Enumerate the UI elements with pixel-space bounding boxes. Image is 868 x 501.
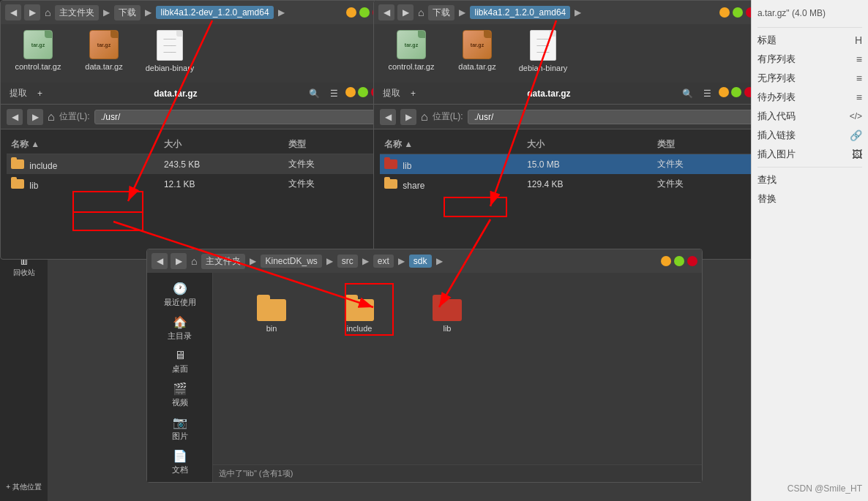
include-folder-item[interactable]: include (330, 295, 389, 333)
w2-col-type[interactable]: 类型 (653, 135, 755, 154)
back-button2[interactable]: ◀ (378, 4, 394, 20)
rp-link-label: 插入链接 (757, 129, 796, 142)
w3-minimize[interactable] (661, 256, 671, 266)
w3-back-button[interactable]: ◀ (151, 253, 168, 269)
right-panel: a.tar.gz" (4.0 MB) 标题 H 有序列表 ≡ 无序列表 ≡ 待办… (751, 0, 868, 501)
w2-max-btn[interactable] (731, 87, 741, 97)
rp-find[interactable]: 查找 (757, 170, 862, 189)
breadcrumb2-current[interactable]: libk4a1.2_1.2.0_amd64 (470, 6, 570, 19)
sidebar3-photos[interactable]: 📷 图片 (150, 413, 209, 445)
breadcrumb2-downloads[interactable]: 下载 (428, 5, 454, 20)
loc-home-icon: ⌂ (48, 110, 55, 124)
col-type[interactable]: 类型 (284, 135, 381, 154)
bin-folder-item[interactable]: bin (242, 295, 301, 333)
col-size[interactable]: 大小 (160, 135, 284, 154)
rp-unordered-list[interactable]: 无序列表 ≡ (757, 69, 862, 88)
w2-add-button[interactable]: + (408, 87, 419, 100)
w2-view-button[interactable]: ☰ (700, 87, 714, 100)
table-row[interactable]: share 129.4 KB 文件夹 (380, 174, 755, 194)
rp-insert-image[interactable]: 插入图片 🖼 (757, 145, 862, 164)
w2-col-name[interactable]: 名称 ▲ (380, 135, 523, 154)
w2-maximize[interactable] (733, 7, 743, 18)
col-name[interactable]: 名称 ▲ (7, 135, 160, 154)
data-tar-icon-item[interactable]: tar.gz data.tar.gz (78, 30, 130, 77)
w3-bc-sdk[interactable]: sdk (409, 255, 432, 268)
table-row[interactable]: lib 12.1 KB 文件夹 (7, 174, 381, 194)
breadcrumb-home[interactable]: 主文件夹 (55, 5, 99, 20)
forward-button2[interactable]: ▶ (397, 4, 414, 20)
w2-minimize[interactable] (719, 7, 730, 18)
sidebar3-videos[interactable]: 🎬 视频 (150, 379, 209, 411)
window1-location-bar: ◀ ▶ ⌂ 位置(L): (1, 105, 387, 129)
main-sidebar-other[interactable]: + 其他位置 (2, 479, 46, 495)
minimize-button[interactable] (346, 7, 356, 18)
w2-search-button[interactable]: 🔍 (679, 87, 696, 100)
rp-ordered-list[interactable]: 有序列表 ≡ (757, 50, 862, 69)
w2-loc-back[interactable]: ◀ (380, 109, 396, 125)
w2-min-btn[interactable] (719, 87, 729, 97)
file-table2: 名称 ▲ 大小 类型 lib 15.0 MB 文件夹 (380, 135, 755, 194)
w2-control-tar-item[interactable]: tar.gz control.tar.gz (386, 30, 437, 77)
min-btn2[interactable] (345, 87, 356, 97)
debian-binary-icon-item[interactable]: ───────── debian-binary (144, 30, 195, 77)
w2-control-tar-label: control.tar.gz (389, 62, 435, 71)
w2-debian-icon: ───────── (530, 30, 556, 61)
w2-file-name-lib: lib (380, 154, 523, 175)
window1-titlebar: ◀ ▶ ⌂ 主文件夹 ▶ 下载 ▶ libk4a1.2-dev_1.2.0_am… (1, 1, 387, 24)
rp-insert-code[interactable]: 插入代码 </> (757, 107, 862, 126)
loc-forward[interactable]: ▶ (27, 109, 43, 125)
rp-replace[interactable]: 替换 (757, 189, 862, 208)
desktop-icon: 🖥 (174, 349, 186, 362)
rp-ol-icon: ≡ (856, 53, 862, 65)
w3-forward-button[interactable]: ▶ (171, 253, 187, 269)
w2-debian-item[interactable]: ───────── debian-binary (517, 30, 569, 77)
rp-title[interactable]: 标题 H (757, 31, 862, 50)
file-size-cell: 12.1 KB (160, 174, 284, 194)
w2-location-input[interactable] (468, 110, 755, 124)
rp-insert-link[interactable]: 插入链接 🔗 (757, 126, 862, 145)
w2-file-type-lib: 文件夹 (653, 154, 755, 175)
add-button[interactable]: + (34, 87, 45, 100)
forward-button[interactable]: ▶ (24, 4, 40, 20)
rp-ol-label: 有序列表 (757, 53, 796, 66)
w3-bc-ws[interactable]: KinectDK_ws (261, 255, 321, 268)
sidebar3-desktop[interactable]: 🖥 桌面 (150, 346, 209, 377)
w2-extract-button[interactable]: 提取 (380, 86, 403, 101)
sidebar3-home[interactable]: 🏠 主目录 (150, 312, 209, 344)
w2-data-tar-item[interactable]: tar.gz data.tar.gz (452, 30, 503, 77)
back-button[interactable]: ◀ (5, 4, 21, 20)
w3-close[interactable] (687, 256, 697, 266)
bc2-arrow2: ▶ (573, 7, 583, 18)
view-button[interactable]: ☰ (327, 87, 341, 100)
w3-maximize[interactable] (674, 256, 684, 266)
rp-todo-list[interactable]: 待办列表 ≡ (757, 88, 862, 107)
window3-titlebar: ◀ ▶ ⌂ 主文件夹 ▶ KinectDK_ws ▶ src ▶ ext ▶ s… (147, 249, 702, 273)
w3-bc-home[interactable]: 主文件夹 (201, 254, 245, 269)
sidebar3-recent[interactable]: 🕐 最近使用 (150, 279, 209, 311)
breadcrumb-current[interactable]: libk4a1.2-dev_1.2.0_amd64 (156, 6, 273, 19)
w2-loc-forward[interactable]: ▶ (400, 109, 416, 125)
lib-folder-item[interactable]: lib (418, 295, 476, 333)
photos-icon: 📷 (173, 415, 187, 429)
search-button[interactable]: 🔍 (306, 87, 323, 100)
breadcrumb-downloads[interactable]: 下载 (114, 5, 141, 20)
bc-arrow3: ▶ (277, 7, 286, 18)
loc-back[interactable]: ◀ (7, 109, 23, 125)
control-tar-icon-item[interactable]: tar.gz control.tar.gz (12, 30, 64, 77)
table-row[interactable]: lib 15.0 MB 文件夹 (380, 154, 755, 175)
w3-bc-src[interactable]: src (337, 255, 358, 268)
maximize-button[interactable] (359, 7, 370, 18)
docs-icon: 📄 (173, 449, 187, 463)
table-row[interactable]: include 243.5 KB 文件夹 (7, 154, 381, 175)
extract-button[interactable]: 提取 (7, 86, 30, 101)
w2-col-size[interactable]: 大小 (523, 135, 653, 154)
home-icon: ⌂ (43, 7, 52, 18)
w3-bc-arrow1: ▶ (248, 256, 258, 266)
window1-toolbar: 提取 + data.tar.gz 🔍 ☰ (1, 83, 387, 105)
w3-bc-ext[interactable]: ext (373, 255, 394, 268)
max-btn2[interactable] (358, 87, 368, 97)
w2-control-tar-icon: tar.gz (397, 30, 426, 59)
sidebar3-downloads[interactable]: ⬇ 下载 (150, 480, 209, 482)
sidebar3-docs[interactable]: 📄 文档 (150, 446, 209, 478)
location-input[interactable] (94, 110, 381, 124)
